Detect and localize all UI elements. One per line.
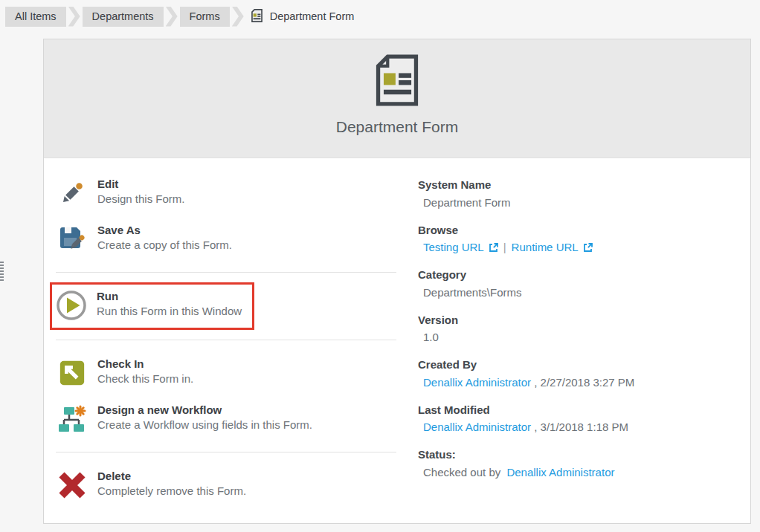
- divider: [56, 340, 396, 340]
- chevron-right-icon: [166, 7, 178, 27]
- delete-button[interactable]: Delete Completely remove this Form.: [56, 462, 396, 508]
- system-name-value: Department Form: [418, 196, 634, 209]
- pencil-icon: [56, 177, 88, 210]
- modified-timestamp: , 3/1/2018 1:18 PM: [531, 421, 628, 433]
- status-label: Status:: [418, 447, 634, 462]
- external-link-icon[interactable]: [582, 242, 593, 253]
- chevron-right-icon: [232, 7, 244, 27]
- action-title: Run: [97, 289, 242, 304]
- created-by-label: Created By: [418, 357, 634, 372]
- form-document-icon: [373, 54, 421, 109]
- run-button[interactable]: Run Run this Form in this Window: [55, 288, 242, 323]
- created-timestamp: , 2/27/2018 3:27 PM: [531, 376, 634, 389]
- breadcrumb-item-all-items[interactable]: All Items: [5, 7, 66, 27]
- design-workflow-button[interactable]: Design a new Workflow Create a Workflow …: [56, 396, 396, 442]
- status-text: Checked out by: [423, 466, 500, 479]
- save-as-icon: [56, 223, 88, 256]
- category-label: Category: [418, 267, 634, 282]
- breadcrumb: All Items Departments Forms Department F…: [0, 0, 760, 28]
- system-name-section: System Name Department Form: [418, 178, 634, 209]
- version-label: Version: [418, 313, 634, 328]
- browse-section: Browse Testing URL | Runtime URL: [418, 223, 634, 254]
- divider: [56, 272, 396, 273]
- created-by-user-link[interactable]: Denallix Administrator: [423, 376, 531, 389]
- action-description: Design this Form.: [97, 192, 185, 207]
- link-separator: |: [503, 241, 506, 253]
- modified-by-user-link[interactable]: Denallix Administrator: [423, 421, 531, 433]
- action-description: Completely remove this Form.: [97, 484, 246, 499]
- status-section: Status: Checked out by Denallix Administ…: [418, 447, 634, 479]
- action-description: Create a Workflow using fields in this F…: [97, 418, 312, 432]
- workflow-icon: [56, 403, 88, 435]
- action-title: Delete: [97, 469, 246, 484]
- form-document-icon: [251, 9, 263, 25]
- action-description: Check this Form in.: [97, 372, 193, 386]
- action-title: Edit: [97, 177, 185, 192]
- save-as-button[interactable]: Save As Create a copy of this Form.: [56, 216, 396, 262]
- runtime-url-link[interactable]: Runtime URL: [512, 241, 579, 253]
- details-column: System Name Department Form Browse Testi…: [418, 170, 634, 508]
- action-title: Design a new Workflow: [97, 403, 312, 418]
- breadcrumb-current-label: Department Form: [270, 10, 355, 22]
- action-title: Check In: [97, 357, 193, 372]
- last-modified-label: Last Modified: [418, 403, 634, 418]
- testing-url-link[interactable]: Testing URL: [423, 241, 484, 253]
- action-description: Create a copy of this Form.: [97, 238, 232, 253]
- edit-button[interactable]: Edit Design this Form.: [56, 170, 396, 216]
- card-header: Department Form: [44, 39, 750, 158]
- last-modified-section: Last Modified Denallix Administrator , 3…: [418, 403, 634, 434]
- external-link-icon[interactable]: [488, 242, 498, 253]
- system-name-label: System Name: [418, 178, 634, 192]
- run-annotation-highlight: Run Run this Form in this Window: [50, 282, 254, 330]
- version-value: 1.0: [418, 331, 634, 343]
- version-section: Version 1.0: [418, 313, 634, 344]
- run-play-icon: [55, 289, 88, 322]
- check-in-button[interactable]: Check In Check this Form in.: [56, 350, 396, 396]
- panel-splitter-grip[interactable]: [0, 262, 4, 282]
- breadcrumb-item-forms[interactable]: Forms: [180, 7, 230, 27]
- action-title: Save As: [97, 223, 232, 238]
- card-body: Edit Design this Form.: [44, 158, 750, 508]
- check-in-icon: [56, 357, 88, 389]
- browse-label: Browse: [418, 223, 634, 238]
- actions-column: Edit Design this Form.: [56, 170, 396, 508]
- delete-x-icon: [56, 469, 88, 502]
- breadcrumb-item-departments[interactable]: Departments: [83, 7, 164, 27]
- category-value: Departments\Forms: [418, 286, 634, 299]
- form-detail-card: Department Form Edit Design this F: [43, 39, 751, 524]
- divider: [56, 452, 396, 452]
- breadcrumb-current-item: Department Form: [251, 9, 355, 25]
- chevron-right-icon: [68, 7, 80, 27]
- category-section: Category Departments\Forms: [418, 267, 634, 299]
- page-title: Department Form: [336, 118, 459, 136]
- status-user-link[interactable]: Denallix Administrator: [506, 466, 614, 479]
- created-by-section: Created By Denallix Administrator , 2/27…: [418, 357, 634, 389]
- action-description: Run this Form in this Window: [97, 304, 242, 319]
